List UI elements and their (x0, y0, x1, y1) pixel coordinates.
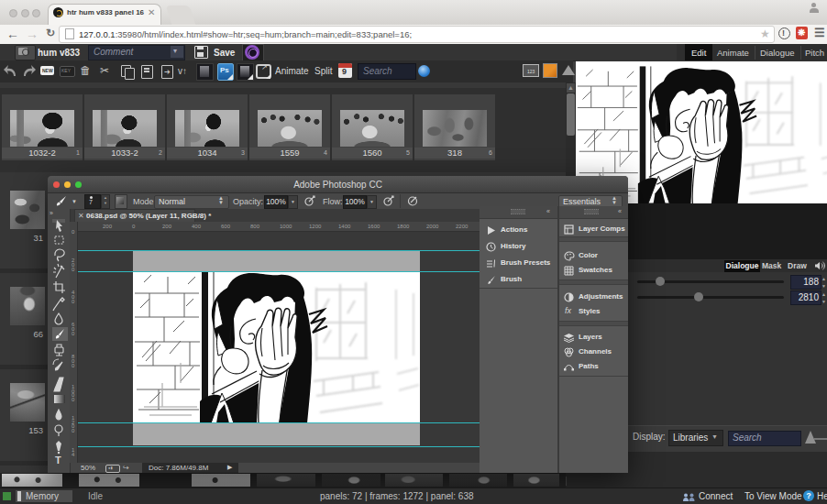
svg-text:T: T (55, 455, 61, 466)
